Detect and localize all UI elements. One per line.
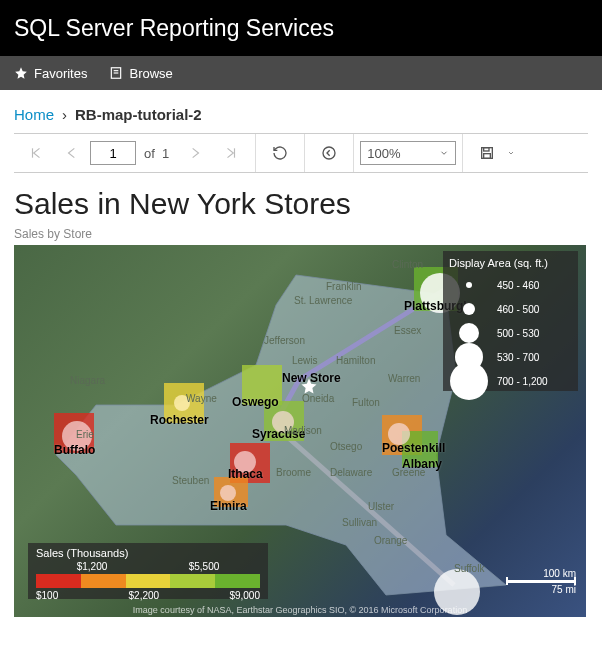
legend-sales: Sales (Thousands) $1,200 $5,500 $100 $2,… xyxy=(28,543,268,599)
svg-rect-8 xyxy=(484,154,491,159)
nav-browse-label: Browse xyxy=(129,66,172,81)
report-map[interactable]: PlattsburghNew StoreOswegoRochesterSyrac… xyxy=(14,245,586,617)
county-label: St. Lawrence xyxy=(294,295,352,306)
legend-area-label: 500 - 530 xyxy=(497,328,539,339)
legend-area-circle xyxy=(466,282,472,288)
legend-sales-tick: $1,200 xyxy=(77,561,108,572)
city-label: Poestenkill xyxy=(382,441,445,455)
legend-area-label: 460 - 500 xyxy=(497,304,539,315)
county-label: Suffolk xyxy=(454,563,484,574)
county-label: Otsego xyxy=(330,441,362,452)
legend-display-area: Display Area (sq. ft.) 450 - 460460 - 50… xyxy=(443,251,578,391)
legend-sales-tick: $2,200 xyxy=(129,590,160,601)
legend-sales-tick: $100 xyxy=(36,590,58,601)
county-label: Franklin xyxy=(326,281,362,292)
legend-sales-title: Sales (Thousands) xyxy=(36,547,260,559)
nav-favorites-label: Favorites xyxy=(34,66,87,81)
save-export-button[interactable] xyxy=(469,134,505,172)
breadcrumb-separator: › xyxy=(62,106,67,123)
legend-area-row: 500 - 530 xyxy=(449,321,572,345)
page-of-label: of 1 xyxy=(144,146,169,161)
county-label: Ulster xyxy=(368,501,394,512)
report-title: Sales in New York Stores xyxy=(14,173,588,227)
legend-area-row: 700 - 1,200 xyxy=(449,369,572,393)
last-page-button[interactable] xyxy=(213,134,249,172)
breadcrumb-home[interactable]: Home xyxy=(14,106,54,123)
app-header: SQL Server Reporting Services xyxy=(0,0,602,56)
star-icon xyxy=(14,66,28,80)
county-label: Jefferson xyxy=(264,335,305,346)
legend-area-circle xyxy=(459,323,479,343)
prev-page-button[interactable] xyxy=(54,134,90,172)
county-label: Essex xyxy=(394,325,421,336)
legend-area-row: 460 - 500 xyxy=(449,297,572,321)
county-label: Wayne xyxy=(186,393,217,404)
city-label: Oswego xyxy=(232,395,279,409)
city-label: New Store xyxy=(282,371,341,385)
county-label: Sullivan xyxy=(342,517,377,528)
browse-icon xyxy=(109,66,123,80)
nav-browse[interactable]: Browse xyxy=(109,66,172,81)
legend-area-label: 700 - 1,200 xyxy=(497,376,548,387)
legend-area-circle xyxy=(450,362,488,400)
county-label: Broome xyxy=(276,467,311,478)
legend-area-title: Display Area (sq. ft.) xyxy=(449,257,572,269)
save-caret-icon[interactable] xyxy=(505,149,517,157)
zoom-value: 100% xyxy=(367,146,400,161)
county-label: Greene xyxy=(392,467,425,478)
page-number-input[interactable] xyxy=(90,141,136,165)
legend-area-label: 450 - 460 xyxy=(497,280,539,291)
next-page-button[interactable] xyxy=(177,134,213,172)
city-label: Buffalo xyxy=(54,443,95,457)
county-label: Hamilton xyxy=(336,355,375,366)
legend-sales-tick: $9,000 xyxy=(229,590,260,601)
legend-area-row: 450 - 460 xyxy=(449,273,572,297)
legend-area-label: 530 - 700 xyxy=(497,352,539,363)
county-label: Madison xyxy=(284,425,322,436)
breadcrumb: Home › RB-map-tutorial-2 xyxy=(14,100,588,133)
report-subtitle: Sales by Store xyxy=(14,227,588,245)
svg-rect-7 xyxy=(484,148,489,151)
map-scale-bar: 100 km 75 mi xyxy=(506,568,576,595)
legend-area-circle xyxy=(463,303,475,315)
county-label: Steuben xyxy=(172,475,209,486)
city-label: Elmira xyxy=(210,499,247,513)
report-toolbar: of 1 100% xyxy=(14,133,588,173)
county-label: Oneida xyxy=(302,393,334,404)
back-button[interactable] xyxy=(311,134,347,172)
scale-km: 100 km xyxy=(506,568,576,579)
county-label: Niagara xyxy=(70,375,105,386)
county-label: Warren xyxy=(388,373,420,384)
nav-favorites[interactable]: Favorites xyxy=(14,66,87,81)
breadcrumb-current: RB-map-tutorial-2 xyxy=(75,106,202,123)
county-label: Clinton xyxy=(392,259,423,270)
legend-sales-tick: $5,500 xyxy=(189,561,220,572)
city-label: Rochester xyxy=(150,413,209,427)
county-label: Erie xyxy=(76,429,94,440)
county-label: Lewis xyxy=(292,355,318,366)
svg-point-5 xyxy=(323,147,335,159)
map-credits: Image courtesy of NASA, Earthstar Geogra… xyxy=(14,605,586,615)
county-label: Fulton xyxy=(352,397,380,408)
first-page-button[interactable] xyxy=(18,134,54,172)
county-label: Delaware xyxy=(330,467,372,478)
city-label: Ithaca xyxy=(228,467,263,481)
county-label: Orange xyxy=(374,535,407,546)
scale-mi: 75 mi xyxy=(506,584,576,595)
nav-bar: Favorites Browse xyxy=(0,56,602,90)
app-title: SQL Server Reporting Services xyxy=(14,15,334,42)
refresh-button[interactable] xyxy=(262,134,298,172)
zoom-select[interactable]: 100% xyxy=(360,141,456,165)
chevron-down-icon xyxy=(439,146,449,161)
legend-sales-gradient xyxy=(36,574,260,588)
